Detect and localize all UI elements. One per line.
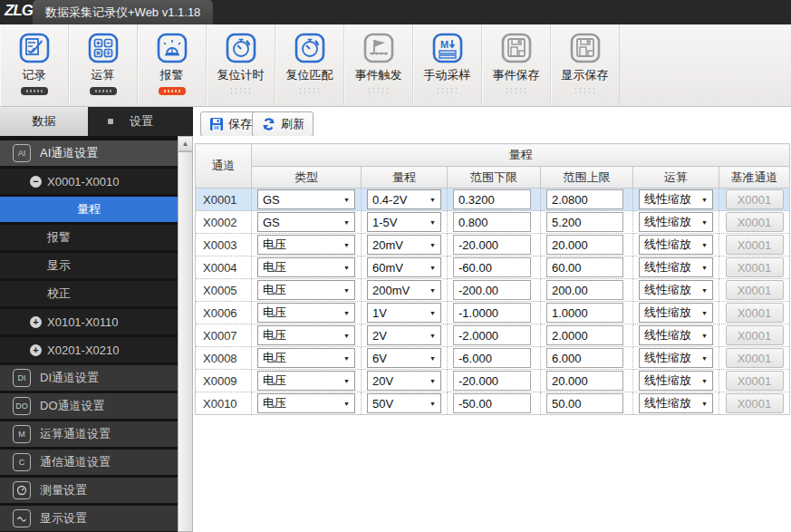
type-select[interactable]: 电压 ▼ — [257, 325, 355, 345]
lower-limit-input[interactable] — [453, 235, 531, 255]
reference-channel-button[interactable]: X0001 — [726, 189, 784, 209]
range-select[interactable]: 2V ▼ — [367, 325, 441, 345]
operation-select[interactable]: 线性缩放 ▼ — [639, 393, 713, 413]
sidebar-item-calibration[interactable]: 校正 — [0, 281, 178, 306]
toolbar-button-calc[interactable]: 运算 — [69, 24, 138, 106]
upper-limit-input[interactable] — [546, 257, 623, 277]
operation-select[interactable]: 线性缩放 ▼ — [639, 280, 713, 300]
sidebar-item-range[interactable]: 量程 — [0, 197, 178, 222]
operation-select[interactable]: 线性缩放 ▼ — [639, 189, 713, 209]
sidebar-item-display-settings[interactable]: 显示设置 — [0, 506, 178, 531]
toolbar-button-reset-match[interactable]: 复位匹配 — [275, 24, 344, 106]
operation-select[interactable]: 线性缩放 ▼ — [639, 235, 713, 255]
lower-limit-input[interactable] — [453, 303, 531, 323]
sidebar-item-do-channel-settings[interactable]: DO DO通道设置 — [0, 393, 178, 419]
operation-select[interactable]: 线性缩放 ▼ — [639, 371, 713, 391]
upper-limit-input[interactable] — [546, 280, 623, 300]
reference-channel-button[interactable]: X0001 — [726, 303, 784, 323]
range-select[interactable]: 1V ▼ — [367, 303, 441, 323]
toolbar-button-alarm[interactable]: 报警 — [138, 24, 207, 106]
sidebar-item-di-channel-settings[interactable]: DI DI通道设置 — [0, 365, 178, 391]
refresh-icon — [261, 117, 276, 131]
reference-channel-button[interactable]: X0001 — [726, 325, 784, 345]
type-select[interactable]: 电压 ▼ — [257, 280, 355, 300]
upper-limit-input[interactable] — [546, 189, 623, 209]
lower-limit-input[interactable] — [453, 393, 531, 413]
range-select[interactable]: 0.4-2V ▼ — [367, 189, 441, 209]
toolbar-button-manual-sample[interactable]: M 手动采样 — [413, 24, 482, 106]
reference-channel-button[interactable]: X0001 — [726, 348, 784, 368]
toolbar-label: 显示保存 — [562, 67, 609, 83]
sidebar-item-display[interactable]: 显示 — [0, 253, 178, 278]
type-select[interactable]: 电压 ▼ — [257, 257, 355, 277]
operation-select[interactable]: 线性缩放 ▼ — [639, 257, 713, 277]
upper-limit-input[interactable] — [546, 303, 623, 323]
range-select[interactable]: 60mV ▼ — [367, 257, 441, 277]
lower-limit-input[interactable] — [453, 325, 531, 345]
lower-limit-input[interactable] — [453, 348, 531, 368]
range-select[interactable]: 1-5V ▼ — [367, 212, 441, 232]
toolbar-button-event-trigger[interactable]: 事件触发 — [344, 24, 413, 106]
lower-limit-input[interactable] — [453, 212, 531, 232]
chevron-down-icon: ▼ — [339, 242, 354, 248]
lower-limit-input[interactable] — [453, 257, 531, 277]
sidebar-item-ai-channel-settings[interactable]: AI AI通道设置 — [0, 140, 178, 166]
range-select[interactable]: 6V ▼ — [367, 348, 441, 368]
toolbar-label: 手动采样 — [424, 67, 471, 83]
sidebar-item-math-channel-settings[interactable]: M 运算通道设置 — [0, 421, 178, 447]
sidebar-group-x0101-x0110[interactable]: + X0101-X0110 — [0, 309, 178, 334]
table-row: X0010 电压 ▼ 50V ▼ 线性缩放 ▼ X0001 — [196, 392, 790, 415]
chevron-down-icon: ▼ — [697, 401, 712, 407]
lower-limit-input[interactable] — [453, 280, 531, 300]
sidebar-item-measure-settings[interactable]: 测量设置 — [0, 478, 178, 503]
tab-settings[interactable]: 设置 — [88, 107, 193, 136]
sidebar-item-comm-channel-settings[interactable]: C 通信通道设置 — [0, 450, 178, 475]
range-select[interactable]: 50V ▼ — [367, 393, 441, 413]
toolbar-button-record[interactable]: 记录 — [0, 24, 69, 106]
scrollbar-thumb[interactable] — [178, 151, 193, 532]
toolbar-button-reset-timer[interactable]: 复位计时 — [207, 24, 275, 106]
type-select[interactable]: GS ▼ — [257, 189, 355, 209]
table-row: X0005 电压 ▼ 200mV ▼ 线性缩放 ▼ X0001 — [196, 279, 790, 302]
lower-limit-input[interactable] — [453, 189, 531, 209]
upper-limit-input[interactable] — [546, 393, 623, 413]
reference-channel-button[interactable]: X0001 — [726, 280, 784, 300]
upper-limit-input[interactable] — [546, 348, 623, 368]
type-select[interactable]: 电压 ▼ — [257, 348, 355, 368]
sidebar-scrollbar[interactable]: ▲ — [178, 136, 193, 532]
tab-data[interactable]: 数据 — [0, 107, 88, 136]
reference-channel-button[interactable]: X0001 — [726, 257, 784, 277]
sidebar-group-x0201-x0210[interactable]: + X0201-X0210 — [0, 337, 178, 363]
gauge-icon — [13, 481, 31, 499]
operation-select[interactable]: 线性缩放 ▼ — [639, 212, 713, 232]
refresh-button[interactable]: 刷新 — [252, 111, 314, 137]
type-select[interactable]: 电压 ▼ — [257, 235, 355, 255]
range-select[interactable]: 20V ▼ — [367, 371, 441, 391]
range-select[interactable]: 20mV ▼ — [367, 235, 441, 255]
type-select[interactable]: 电压 ▼ — [257, 303, 355, 323]
sidebar-item-alarm[interactable]: 报警 — [0, 225, 178, 250]
operation-select[interactable]: 线性缩放 ▼ — [639, 303, 713, 323]
chevron-down-icon: ▼ — [425, 219, 440, 226]
reference-channel-button[interactable]: X0001 — [726, 371, 784, 391]
upper-limit-input[interactable] — [546, 212, 623, 232]
toolbar-button-event-save[interactable]: 事件保存 — [482, 24, 551, 106]
operation-select[interactable]: 线性缩放 ▼ — [639, 348, 713, 368]
operation-select[interactable]: 线性缩放 ▼ — [639, 325, 713, 345]
chevron-down-icon: ▼ — [697, 333, 712, 339]
toolbar-button-display-save[interactable]: 显示保存 — [551, 24, 620, 106]
range-select[interactable]: 200mV ▼ — [367, 280, 441, 300]
lower-limit-input[interactable] — [453, 371, 531, 391]
scroll-up-icon[interactable]: ▲ — [178, 136, 193, 151]
chevron-down-icon: ▼ — [339, 265, 354, 271]
reference-channel-button[interactable]: X0001 — [726, 235, 784, 255]
type-select[interactable]: 电压 ▼ — [257, 393, 355, 413]
upper-limit-input[interactable] — [546, 235, 623, 255]
type-select[interactable]: 电压 ▼ — [257, 371, 355, 391]
reference-channel-button[interactable]: X0001 — [726, 212, 784, 232]
reference-channel-button[interactable]: X0001 — [726, 393, 784, 413]
upper-limit-input[interactable] — [546, 325, 623, 345]
upper-limit-input[interactable] — [546, 371, 623, 391]
sidebar-group-x0001-x0010[interactable]: − X0001-X0010 — [0, 169, 178, 194]
type-select[interactable]: GS ▼ — [257, 212, 355, 232]
